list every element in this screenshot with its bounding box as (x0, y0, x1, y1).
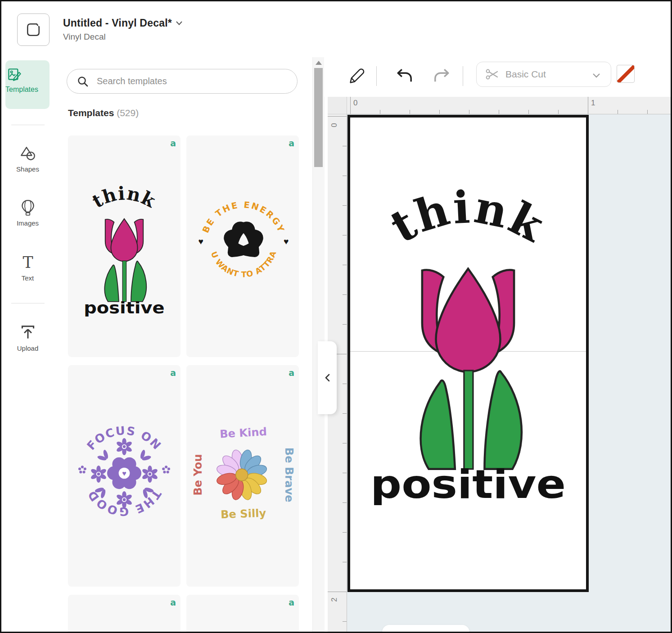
focus-on-the-good-art: FOCUS ON THE GOOD ♥ (73, 422, 176, 524)
ruler-label: 0 (330, 123, 339, 127)
ruler-label: 1 (591, 99, 595, 108)
chevron-down-icon (592, 72, 601, 80)
shapes-icon (19, 145, 37, 163)
operation-select[interactable]: Basic Cut (476, 62, 611, 87)
template-card-focus-on-the-good[interactable]: a FOCUS ON THE GOOD ♥ (68, 365, 180, 587)
sidebar-item-upload[interactable]: Upload (1, 324, 54, 352)
ruler-label: 2 (330, 597, 339, 601)
artboard[interactable] (347, 115, 589, 592)
text-icon: T (19, 253, 37, 271)
nav-divider (11, 125, 45, 125)
header (1, 1, 671, 58)
svg-text:♥: ♥ (284, 237, 289, 246)
project-icon (25, 22, 41, 38)
pencil-icon (347, 66, 365, 86)
svg-text:Be Brave: Be Brave (283, 448, 295, 502)
cricut-access-badge: a (289, 597, 294, 607)
template-card-be-kind-daisy[interactable]: a Be Kind Be Brave Be Silly (186, 365, 299, 587)
template-card-partial[interactable]: a (186, 595, 299, 633)
template-card-partial[interactable]: a (68, 595, 180, 633)
cricut-access-badge: a (289, 138, 294, 148)
template-count: (529) (117, 108, 139, 118)
title-chevron-down-icon[interactable] (176, 16, 183, 28)
template-card-think-positive[interactable]: a (68, 136, 180, 357)
sidebar-item-images[interactable]: Images (1, 199, 54, 227)
templates-icon (5, 66, 23, 84)
canvas-toolbar: Basic Cut (324, 57, 671, 97)
upload-icon (19, 324, 37, 342)
svg-text:♥: ♥ (198, 237, 203, 246)
search-input[interactable] (96, 76, 278, 87)
search-icon (77, 76, 89, 87)
be-kind-daisy-art: Be Kind Be Brave Be Silly Be You (191, 419, 296, 524)
edit-pencil-button[interactable] (347, 66, 365, 88)
swatch-stroke (617, 65, 635, 83)
nav-divider (11, 303, 45, 303)
canvas-design-think-positive[interactable] (361, 185, 575, 505)
svg-text:Be Kind: Be Kind (220, 425, 267, 440)
ruler-corner (328, 97, 347, 114)
undo-button[interactable] (395, 67, 414, 87)
app-window: think positive Untitled - Vinyl Decal* V… (0, 0, 672, 633)
scroll-up-icon[interactable] (316, 61, 322, 65)
scissors-icon (486, 68, 499, 80)
panel-heading: Templates (529) (68, 108, 139, 118)
toolbar-divider (463, 66, 463, 86)
sidebar-item-text[interactable]: T Text (1, 253, 54, 282)
canvas-pasteboard[interactable] (347, 114, 671, 632)
chevron-left-icon (324, 373, 331, 382)
scrollbar-thumb[interactable] (314, 68, 323, 167)
ruler-label: 0 (353, 99, 357, 108)
svg-text:Be You: Be You (192, 454, 204, 496)
be-the-energy-art: BE THE ENERGY YOU WANT TO ATTRACT ♥ ♥ (191, 189, 296, 293)
horizontal-ruler: 0 1 (347, 97, 671, 114)
search-box[interactable] (67, 69, 298, 94)
document-subtitle: Vinyl Decal (63, 32, 106, 42)
undo-icon (395, 67, 414, 85)
cricut-access-badge: a (170, 138, 176, 148)
svg-text:T: T (23, 253, 33, 271)
operation-label: Basic Cut (505, 69, 546, 80)
template-card-be-the-energy[interactable]: a BE THE ENERGY YOU WANT TO ATTRACT ♥ ♥ (186, 136, 299, 357)
svg-text:Be Silly: Be Silly (221, 507, 266, 521)
project-logo-button[interactable] (17, 14, 50, 46)
sidebar-item-shapes[interactable]: Shapes (1, 145, 54, 173)
redo-button[interactable] (432, 67, 451, 87)
hot-air-balloon-icon (19, 199, 37, 217)
document-title[interactable]: Untitled - Vinyl Decal* (63, 16, 183, 29)
cricut-access-badge: a (170, 597, 176, 607)
toolbar-divider (376, 66, 377, 86)
color-swatch[interactable] (617, 65, 635, 83)
collapse-panel-button[interactable] (318, 341, 337, 414)
canvas-bottom-pill[interactable] (382, 625, 469, 633)
redo-icon (432, 67, 451, 85)
svg-text:♥: ♥ (122, 469, 126, 477)
cricut-access-badge: a (289, 368, 294, 378)
sidebar-item-templates[interactable]: Templates (5, 60, 50, 109)
cricut-access-badge: a (170, 368, 176, 378)
